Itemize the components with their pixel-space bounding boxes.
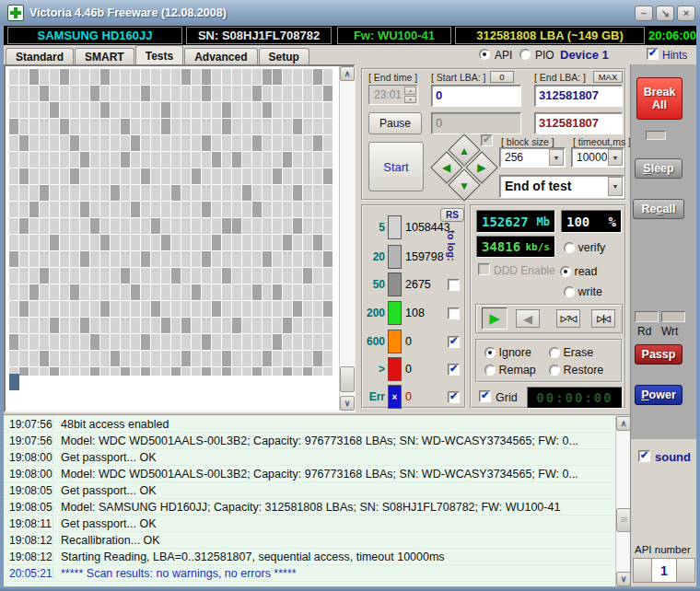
block-cell <box>273 119 282 134</box>
block-cell <box>90 119 99 134</box>
map-scroll-up-icon[interactable]: ∧ <box>340 66 355 81</box>
legend-count: 159798 <box>405 250 444 263</box>
start-lba-input[interactable]: 0 <box>431 85 521 107</box>
block-cell <box>70 168 79 184</box>
block-cell <box>111 185 120 201</box>
verify-radio[interactable]: verify <box>564 241 605 254</box>
on-end-select[interactable]: End of test▼ <box>499 175 624 198</box>
block-cell <box>232 168 241 184</box>
pause-button[interactable]: Pause <box>368 112 422 134</box>
legend-log-checkbox-Err[interactable]: ✔ <box>448 391 460 406</box>
log-scroll-down-icon[interactable]: ∨ <box>616 572 630 586</box>
legend-log-checkbox-200[interactable] <box>448 307 460 322</box>
block-cell <box>181 86 191 101</box>
block-size-select[interactable]: 256▼ <box>499 147 566 168</box>
recall-button[interactable]: Recall <box>633 199 684 219</box>
read-radio[interactable]: read <box>560 265 598 278</box>
map-scroll-thumb[interactable] <box>340 366 355 392</box>
legend-log-checkbox-50[interactable] <box>448 279 460 294</box>
seek-end-icon[interactable]: ▷|◁ <box>591 309 615 328</box>
sleep-button[interactable]: Sleep <box>635 158 682 179</box>
api-number-up-button[interactable] <box>676 558 695 583</box>
block-cell <box>212 251 221 267</box>
block-cell <box>273 284 282 300</box>
block-cell <box>181 334 191 350</box>
block-cell <box>192 119 201 134</box>
block-cell <box>303 318 312 333</box>
block-cell <box>131 218 140 234</box>
api-number-spinner[interactable]: 1 <box>633 558 695 583</box>
timeout-select[interactable]: 10000▼ <box>571 147 624 168</box>
restore-radio[interactable]: Restore <box>549 364 603 377</box>
remap-radio[interactable]: Remap <box>484 364 536 377</box>
block-cell <box>50 86 59 101</box>
block-cell <box>161 268 170 284</box>
start-lba-label: [ Start LBA: ] <box>431 72 486 83</box>
tab-tests[interactable]: Tests <box>135 45 183 64</box>
block-cell <box>151 284 160 300</box>
maximize-icon[interactable]: ↘ <box>656 6 674 21</box>
start-lba-reset-button[interactable]: 0 <box>490 71 514 83</box>
legend-log-checkbox-600[interactable]: ✔ <box>448 336 460 351</box>
log-scroll-thumb[interactable] <box>616 508 630 532</box>
passport-button[interactable]: Passp <box>635 344 682 365</box>
end-lba-max-button[interactable]: MAX <box>593 71 623 83</box>
block-cell <box>252 251 262 267</box>
reverse-icon[interactable]: ◀ <box>516 309 540 328</box>
api-radio[interactable] <box>479 48 490 61</box>
block-cell <box>303 218 312 234</box>
pio-radio[interactable] <box>519 48 531 61</box>
hints-checkbox[interactable]: ✔ <box>647 48 659 63</box>
erase-radio[interactable]: Erase <box>549 346 593 359</box>
side-lower-panel: ✔ sound API number 1 <box>630 439 696 586</box>
end-lba-label: [ End LBA: ] <box>534 72 586 83</box>
log-message: Starting Reading, LBA=0..312581807, sequ… <box>53 550 445 563</box>
write-radio[interactable]: write <box>564 285 602 298</box>
legend-log-checkbox->[interactable]: ✔ <box>448 364 460 378</box>
block-cell <box>202 351 211 366</box>
block-cell <box>222 218 231 234</box>
block-cell <box>283 351 292 366</box>
log-list: 19:07:5648bit access enabled19:07:56Mode… <box>4 416 612 582</box>
map-scrollbar[interactable]: ∧ ∨ <box>339 66 354 411</box>
close-icon[interactable]: × <box>677 6 695 21</box>
speed-display: 34816kb/s <box>476 236 555 258</box>
block-cell <box>29 334 39 350</box>
title-bar[interactable]: Victoria 4.46b Freeware (12.08.2008) – ↘… <box>0 0 700 26</box>
block-cell <box>192 284 201 300</box>
block-cell <box>90 301 99 317</box>
block-cell <box>131 351 140 366</box>
tab-setup[interactable]: Setup <box>259 48 309 64</box>
start-button[interactable]: Start <box>368 142 424 191</box>
block-cell <box>70 334 79 350</box>
block-cell <box>171 284 181 300</box>
block-cell <box>60 268 69 284</box>
block-cell <box>50 284 59 300</box>
tab-advanced[interactable]: Advanced <box>184 48 257 64</box>
map-scroll-down-icon[interactable]: ∨ <box>340 396 355 411</box>
log-time: 19:08:00 <box>4 468 53 481</box>
seek-question-icon[interactable]: ▷?◁ <box>556 309 580 328</box>
block-cell <box>181 119 191 134</box>
ignore-radio[interactable]: Ignore <box>484 346 531 359</box>
break-all-button[interactable]: Break All <box>636 77 682 120</box>
legend-count: 0 <box>405 363 412 376</box>
api-number-down-button[interactable] <box>633 558 652 583</box>
end-lba-input[interactable]: 312581807 <box>534 85 623 107</box>
grid-checkbox[interactable]: ✔ <box>479 390 491 405</box>
minimize-icon[interactable]: – <box>635 6 653 21</box>
play-icon[interactable]: ▶ <box>482 307 508 330</box>
power-button[interactable]: Power <box>635 385 682 405</box>
tab-smart[interactable]: SMART <box>75 48 134 64</box>
device-label[interactable]: Device 1 <box>560 48 609 62</box>
block-cell <box>60 284 69 300</box>
tab-standard[interactable]: Standard <box>6 48 74 64</box>
log-message: Get passport... OK <box>53 484 157 497</box>
sound-checkbox[interactable]: ✔ <box>638 450 650 465</box>
block-cell <box>9 301 18 317</box>
end-time-spinner[interactable]: 23:01 ▲▼ <box>368 85 418 105</box>
block-cell <box>202 168 211 184</box>
block-cell <box>262 69 272 85</box>
log-scroll-up-icon[interactable]: ∧ <box>616 416 630 431</box>
log-scrollbar[interactable]: ∧ ∨ <box>615 416 630 586</box>
